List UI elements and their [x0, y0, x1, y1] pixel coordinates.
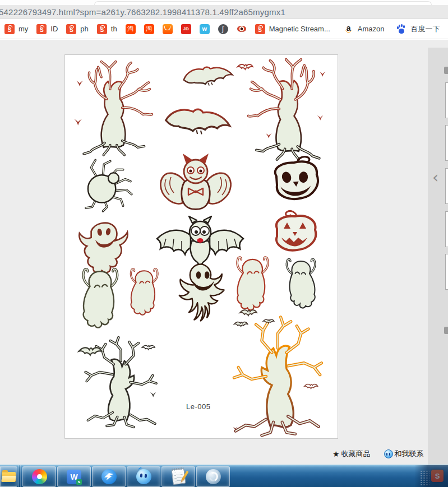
- sticker-flying-bat-2: [165, 106, 231, 137]
- tab-strip: [0, 0, 448, 5]
- collapse-chevron-icon[interactable]: ‹: [432, 170, 438, 185]
- taskbar: [0, 465, 448, 487]
- rail-scroll-cap-bottom[interactable]: [444, 327, 448, 334]
- wps-office-icon: [67, 470, 81, 484]
- bookmark-label: ph: [80, 25, 88, 33]
- shopee-icon: [97, 24, 107, 34]
- thumbnail[interactable]: [445, 168, 448, 204]
- small-red-bat: [238, 64, 253, 69]
- sticker-waving-ghost-1: [84, 269, 118, 327]
- sticker-smiling-ghost-center: [179, 265, 224, 321]
- sticker-waving-ghost-4: [287, 259, 315, 308]
- bookmark-label: th: [111, 25, 117, 33]
- page-content: Le-005 ‹ ★ 收藏商品 和我联系: [0, 40, 448, 465]
- small-bat: [304, 384, 318, 389]
- shopee-icon: [4, 24, 15, 34]
- product-image[interactable]: Le-005: [64, 54, 338, 439]
- address-url[interactable]: 542226793497.html?spm=a261y.7663282.1998…: [0, 7, 285, 17]
- notepad-icon: [171, 469, 186, 485]
- sticker-googly-eyed-bat: [157, 216, 243, 267]
- eye-icon: [237, 24, 247, 34]
- aliexpress-icon: [163, 24, 173, 34]
- contact-label: 和我联系: [395, 449, 424, 459]
- thumbnail-rail: [428, 48, 448, 465]
- taskbar-aliwangwang[interactable]: [127, 466, 160, 487]
- blue-swirl-icon: [206, 469, 221, 484]
- pinwheel-browser-icon: [32, 469, 47, 484]
- bookmark-wish[interactable]: [200, 24, 210, 34]
- tiny-bat-accent: [266, 133, 272, 138]
- bookmark-taobao-1[interactable]: [126, 24, 136, 34]
- small-bat: [142, 345, 155, 349]
- bookmark-label: 百度一下: [410, 24, 440, 34]
- address-bar[interactable]: 542226793497.html?spm=a261y.7663282.1998…: [0, 5, 448, 19]
- tiny-bat-accent: [150, 392, 156, 397]
- folder-icon: [2, 472, 16, 482]
- dingtalk-wing-icon: [101, 469, 117, 484]
- sticker-jack-o-lantern-dark: [274, 156, 319, 200]
- globe-icon: [218, 24, 228, 34]
- taobao-icon: [126, 24, 136, 34]
- bookmark-shopee-my[interactable]: my: [4, 24, 28, 34]
- bookmark-taobao-2[interactable]: [144, 24, 154, 34]
- shopee-icon: [255, 24, 265, 34]
- sticker-waving-ghost-3: [237, 257, 268, 310]
- contact-link[interactable]: 和我联系: [384, 449, 424, 459]
- small-bat: [79, 347, 102, 355]
- shopee-icon: [66, 24, 76, 34]
- jd-icon: [181, 24, 191, 34]
- wangwang-icon: [384, 449, 393, 458]
- shopee-tray-icon[interactable]: [431, 470, 444, 482]
- bookmark-jd[interactable]: [181, 24, 191, 34]
- baidu-icon: [396, 24, 407, 34]
- small-bat: [234, 322, 248, 327]
- page-action-links: ★ 收藏商品 和我联系: [332, 449, 424, 459]
- sticker-sheet-graphic: [65, 55, 338, 438]
- taskbar-360-browser[interactable]: [22, 466, 56, 487]
- pencil-icon: [181, 471, 188, 481]
- bookmark-label: Amazon: [358, 25, 385, 33]
- favorite-link[interactable]: ★ 收藏商品: [332, 449, 371, 459]
- bookmark-shopee-th[interactable]: th: [97, 24, 117, 34]
- tiny-bat-accent: [76, 81, 83, 86]
- taskbar-notepad[interactable]: [161, 466, 195, 487]
- taskbar-wps-office[interactable]: [57, 466, 91, 487]
- star-icon: ★: [332, 449, 340, 458]
- thumbnail[interactable]: [445, 82, 448, 118]
- taskbar-dingtalk[interactable]: [92, 466, 126, 487]
- bookmark-shopee-id[interactable]: ID: [36, 24, 58, 34]
- thumbnail[interactable]: [445, 125, 448, 161]
- sheet-code: Le-005: [186, 402, 210, 411]
- taskbar-windows-explorer[interactable]: [0, 466, 17, 487]
- thumbnail[interactable]: [445, 211, 448, 247]
- thumbnail[interactable]: [445, 254, 448, 290]
- bookmark-globe[interactable]: [218, 24, 228, 34]
- bookmark-baidu[interactable]: 百度一下: [396, 24, 440, 34]
- rail-scroll-cap-top[interactable]: [444, 67, 448, 74]
- sticker-smiling-ghost-brown: [79, 223, 127, 273]
- amazon-icon: [344, 24, 354, 34]
- shopee-icon: [36, 24, 47, 34]
- sticker-flying-bat-1: [183, 64, 233, 88]
- tray-dots-grid[interactable]: [420, 470, 429, 485]
- tiny-bat-accent: [320, 72, 326, 77]
- bookmark-aliexpress[interactable]: [163, 24, 173, 34]
- bookmarks-bar: my ID ph th Magnetic Stream... Amazon 百度…: [0, 19, 448, 39]
- bookmark-eye[interactable]: [237, 24, 247, 34]
- small-bat: [240, 310, 257, 316]
- favorite-label: 收藏商品: [341, 449, 371, 459]
- bookmark-amazon[interactable]: Amazon: [344, 24, 385, 34]
- wish-icon: [200, 24, 210, 34]
- taskbar-separator: [19, 465, 19, 487]
- bookmark-label: ID: [50, 25, 58, 33]
- sticker-clawed-orange-tree: [234, 317, 321, 435]
- bookmark-label: Magnetic Stream...: [269, 25, 330, 33]
- browser-window: 542226793497.html?spm=a261y.7663282.1998…: [0, 0, 448, 487]
- taobao-icon: [144, 24, 154, 34]
- sticker-spider: [86, 160, 132, 211]
- bookmark-shopee-ph[interactable]: ph: [66, 24, 88, 34]
- bookmark-magnetic-stream[interactable]: Magnetic Stream...: [255, 24, 330, 34]
- taskbar-blue-swirl-app[interactable]: [196, 466, 230, 487]
- aliwangwang-icon: [136, 469, 151, 484]
- sticker-cute-bat: [160, 154, 230, 210]
